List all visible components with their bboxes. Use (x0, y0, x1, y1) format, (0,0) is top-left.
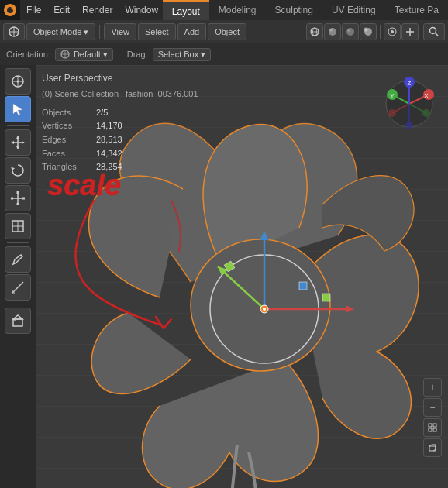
toolbar-separator-2 (7, 242, 29, 243)
svg-point-12 (347, 29, 350, 32)
svg-marker-30 (16, 136, 19, 139)
object-menu[interactable]: Object (208, 23, 246, 40)
svg-point-11 (346, 28, 354, 36)
viewport-content[interactable]: scale User Perspective (0) Scene Collect… (36, 65, 448, 488)
svg-rect-40 (17, 203, 19, 205)
annotate-tool-btn[interactable] (5, 246, 31, 273)
svg-point-10 (330, 29, 333, 32)
viewport: scale User Perspective (0) Scene Collect… (0, 65, 448, 488)
stat-triangles: Triangles 28,254 (42, 160, 198, 174)
toolbar-separator-1 (99, 25, 100, 39)
drag-dropdown[interactable]: Select Box ▾ (153, 48, 212, 61)
material-shading-btn[interactable] (342, 23, 359, 40)
svg-rect-39 (17, 191, 19, 194)
svg-marker-31 (16, 146, 19, 149)
svg-rect-83 (433, 424, 436, 427)
wireframe-shading-btn[interactable] (306, 23, 323, 40)
top-menu-bar: File Edit Render Window Help Layout Mode… (0, 0, 448, 20)
svg-point-2 (12, 6, 16, 10)
svg-point-19 (430, 28, 436, 34)
right-mini-toolbar: + − (423, 378, 442, 457)
svg-point-71 (388, 109, 396, 117)
gizmo-toggle-btn[interactable] (401, 23, 419, 40)
header-toolbar: Object Mode ▾ View Select Add Object (0, 20, 448, 43)
orientation-dropdown[interactable]: Default ▾ (55, 48, 113, 61)
toolbar-separator-3 (7, 304, 29, 304)
select-menu[interactable]: Select (138, 23, 176, 40)
rotate-tool-btn[interactable] (5, 157, 31, 184)
scale-tool-btn[interactable] (5, 185, 31, 211)
svg-point-9 (329, 28, 336, 36)
drag-label: Drag: (127, 50, 148, 59)
svg-marker-49 (13, 315, 22, 319)
measure-tool-btn[interactable] (5, 274, 31, 301)
search-btn[interactable] (423, 23, 445, 40)
transform-tool-btn[interactable] (5, 213, 31, 239)
select-tool-btn[interactable] (5, 96, 31, 122)
stat-edges: Edges 28,513 (42, 133, 198, 147)
cursor-tool-btn[interactable] (5, 68, 31, 95)
zoom-fit-btn[interactable] (423, 418, 442, 437)
orientation-label: Orientation: (6, 50, 50, 59)
svg-text:X: X (424, 92, 429, 99)
svg-marker-34 (11, 167, 15, 170)
toolbar-separator (7, 125, 29, 126)
add-cube-btn[interactable] (5, 308, 31, 334)
svg-marker-33 (22, 141, 25, 144)
svg-line-45 (12, 282, 23, 293)
tab-texture-paint[interactable]: Texture Pa (385, 0, 448, 20)
view-menu[interactable]: View (104, 23, 136, 40)
perspective-label: User Perspective (42, 71, 198, 86)
svg-point-27 (17, 81, 19, 83)
svg-rect-82 (429, 424, 432, 427)
toggle-ortho-btn[interactable] (423, 438, 442, 457)
svg-point-16 (391, 30, 394, 33)
svg-line-20 (436, 33, 439, 36)
left-toolbar (0, 65, 36, 488)
tab-modeling[interactable]: Modeling (209, 0, 266, 20)
orientation-toolbar: Orientation: Default ▾ Drag: Select Box … (0, 43, 448, 65)
tab-uv-editing[interactable]: UV Editing (322, 0, 385, 20)
shading-icons (306, 23, 419, 40)
tab-layout[interactable]: Layout (163, 0, 209, 20)
transform-orientations-icon[interactable] (3, 23, 25, 40)
stat-faces: Faces 14,342 (42, 147, 198, 161)
shading-overlay-separator (380, 25, 381, 39)
menu-file[interactable]: File (20, 0, 47, 20)
menu-edit[interactable]: Edit (47, 0, 76, 20)
scene-label: (0) Scene Collection | fashion_00376.001 (42, 88, 198, 101)
rendered-shading-btn[interactable] (360, 23, 377, 40)
stat-vertices: Vertices 14,170 (42, 119, 198, 133)
blender-logo (0, 0, 20, 20)
zoom-out-btn[interactable]: − (423, 398, 442, 417)
svg-point-76 (422, 109, 430, 117)
svg-marker-32 (11, 141, 14, 144)
viewport-gizmo[interactable]: X Y Z (378, 73, 440, 135)
svg-rect-85 (433, 428, 436, 431)
svg-text:Z: Z (408, 80, 412, 87)
menu-render[interactable]: Render (76, 0, 119, 20)
tab-sculpting[interactable]: Sculpting (266, 0, 322, 20)
svg-rect-37 (22, 198, 25, 200)
svg-point-14 (364, 28, 368, 32)
svg-rect-84 (429, 428, 432, 431)
menu-window[interactable]: Window (119, 0, 164, 20)
object-mode-dropdown[interactable]: Object Mode ▾ (26, 23, 95, 40)
workspace-tabs: Layout Modeling Sculpting UV Editing Tex… (163, 0, 448, 20)
stat-objects: Objects 2/5 (42, 106, 198, 120)
overlay-toggle-btn[interactable] (384, 23, 401, 40)
add-menu[interactable]: Add (177, 23, 207, 40)
solid-shading-btn[interactable] (324, 23, 341, 40)
viewport-info-overlay: User Perspective (0) Scene Collection | … (42, 71, 198, 174)
svg-point-81 (405, 122, 413, 129)
zoom-in-btn[interactable]: + (423, 378, 442, 397)
svg-text:Y: Y (390, 92, 395, 99)
svg-rect-36 (11, 198, 13, 200)
move-tool-btn[interactable] (5, 129, 31, 156)
